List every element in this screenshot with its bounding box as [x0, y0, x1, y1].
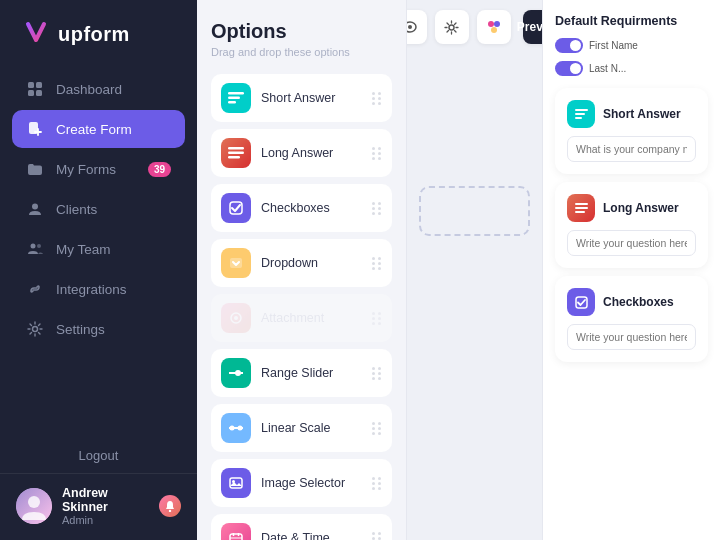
folder-icon: [26, 160, 44, 178]
option-checkboxes[interactable]: Checkboxes: [211, 184, 392, 232]
first-name-label: First Name: [589, 40, 638, 51]
field-card-checkboxes: Checkboxes: [555, 276, 708, 362]
drop-zone[interactable]: [419, 186, 530, 236]
sidebar-item-integrations[interactable]: Integrations: [12, 270, 185, 308]
option-attachment[interactable]: Attachment: [211, 294, 392, 342]
settings-icon: [26, 320, 44, 338]
checkboxes-input[interactable]: [567, 324, 696, 350]
svg-rect-0: [28, 82, 34, 88]
user-info: Andrew Skinner Admin: [62, 486, 149, 526]
svg-point-8: [31, 244, 36, 249]
drag-handle[interactable]: [372, 367, 382, 380]
eye-button[interactable]: [407, 10, 427, 44]
user-name: Andrew Skinner: [62, 486, 149, 514]
field-card-title: Short Answer: [603, 107, 681, 121]
preview-button[interactable]: Preview: [523, 10, 543, 44]
sidebar-item-dashboard[interactable]: Dashboard: [12, 70, 185, 108]
field-card-long-answer: Long Answer: [555, 182, 708, 268]
drag-handle[interactable]: [372, 257, 382, 270]
svg-rect-3: [36, 90, 42, 96]
option-dropdown[interactable]: Dropdown: [211, 239, 392, 287]
option-date-time[interactable]: Date & Time: [211, 514, 392, 540]
link-icon: [26, 280, 44, 298]
main-content: Options Drag and drop these options Shor…: [197, 0, 720, 540]
long-answer-icon: [221, 138, 251, 168]
user-profile: Andrew Skinner Admin: [0, 473, 197, 540]
field-card-title: Long Answer: [603, 201, 679, 215]
svg-point-28: [238, 426, 243, 431]
options-panel: Options Drag and drop these options Shor…: [197, 0, 407, 540]
option-image-selector[interactable]: Image Selector: [211, 459, 392, 507]
sidebar-item-my-team[interactable]: My Team: [12, 230, 185, 268]
logo-text: upform: [58, 23, 130, 46]
svg-rect-44: [575, 113, 585, 115]
field-card-header: Checkboxes: [567, 288, 696, 316]
option-label: Attachment: [261, 311, 362, 325]
svg-rect-16: [228, 101, 236, 104]
option-short-answer[interactable]: Short Answer: [211, 74, 392, 122]
sidebar-item-label: My Forms: [56, 162, 116, 177]
sidebar-item-label: Clients: [56, 202, 97, 217]
file-plus-icon: [26, 120, 44, 138]
svg-point-25: [235, 370, 241, 376]
first-name-toggle[interactable]: [555, 38, 583, 53]
image-selector-icon: [221, 468, 251, 498]
gear-button[interactable]: [435, 10, 469, 44]
last-name-toggle[interactable]: [555, 61, 583, 76]
drag-handle[interactable]: [372, 312, 382, 325]
short-answer-icon: [221, 83, 251, 113]
sidebar-item-label: Create Form: [56, 122, 132, 137]
sidebar: upform Dashboard: [0, 0, 197, 540]
svg-rect-43: [575, 109, 588, 111]
sidebar-item-create-form[interactable]: Create Form: [12, 110, 185, 148]
sidebar-item-settings[interactable]: Settings: [12, 310, 185, 348]
svg-point-7: [32, 204, 38, 210]
svg-point-10: [33, 327, 38, 332]
last-name-label: Last N...: [589, 63, 626, 74]
notification-button[interactable]: [159, 495, 181, 517]
long-answer-input[interactable]: [567, 230, 696, 256]
option-label: Linear Scale: [261, 421, 362, 435]
svg-point-37: [449, 25, 454, 30]
svg-point-9: [37, 244, 41, 248]
svg-point-38: [488, 21, 494, 27]
logout-button[interactable]: Logout: [0, 438, 197, 473]
drag-handle[interactable]: [372, 422, 382, 435]
drag-handle[interactable]: [372, 532, 382, 541]
my-forms-badge: 39: [148, 162, 171, 177]
sidebar-item-clients[interactable]: Clients: [12, 190, 185, 228]
option-label: Checkboxes: [261, 201, 362, 215]
svg-rect-1: [36, 82, 42, 88]
logo: upform: [0, 0, 197, 66]
svg-rect-17: [228, 147, 244, 150]
svg-rect-45: [575, 117, 582, 119]
avatar: [16, 488, 52, 524]
sidebar-item-my-forms[interactable]: My Forms 39: [12, 150, 185, 188]
option-linear-scale[interactable]: Linear Scale: [211, 404, 392, 452]
drag-handle[interactable]: [372, 202, 382, 215]
option-label: Date & Time: [261, 531, 362, 540]
svg-rect-29: [230, 478, 242, 488]
checkboxes-icon: [221, 193, 251, 223]
svg-rect-18: [228, 152, 244, 155]
option-label: Long Answer: [261, 146, 362, 160]
option-long-answer[interactable]: Long Answer: [211, 129, 392, 177]
drag-handle[interactable]: [372, 147, 382, 160]
dropdown-icon: [221, 248, 251, 278]
color-button[interactable]: [477, 10, 511, 44]
first-name-toggle-row: First Name: [555, 38, 708, 53]
date-time-icon: [221, 523, 251, 540]
option-range-slider[interactable]: Range Slider: [211, 349, 392, 397]
drag-handle[interactable]: [372, 92, 382, 105]
sidebar-item-label: Settings: [56, 322, 105, 337]
short-answer-input[interactable]: [567, 136, 696, 162]
svg-point-36: [408, 25, 412, 29]
option-label: Dropdown: [261, 256, 362, 270]
svg-point-40: [491, 27, 497, 33]
range-slider-icon: [221, 358, 251, 388]
drag-handle[interactable]: [372, 477, 382, 490]
attachment-icon: [221, 303, 251, 333]
svg-rect-48: [575, 211, 585, 213]
svg-point-13: [169, 510, 171, 512]
svg-rect-47: [575, 207, 588, 209]
